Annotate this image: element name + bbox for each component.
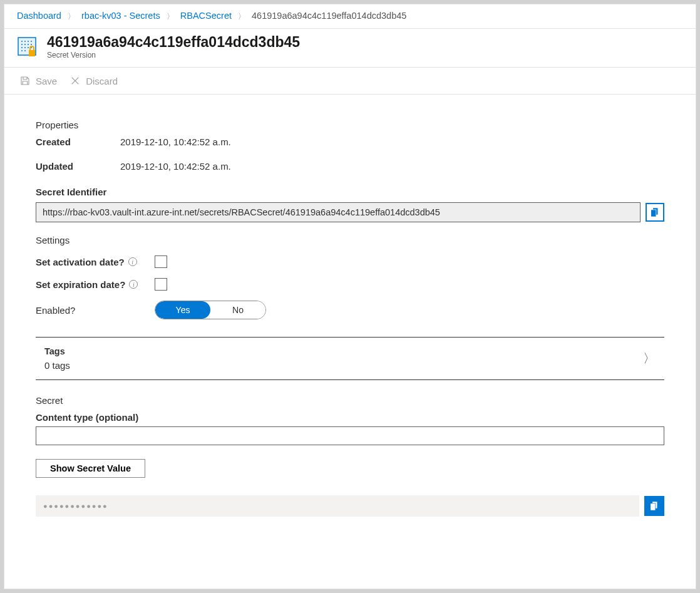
secret-value-row: ●●●●●●●●●●●● (36, 495, 664, 517)
svg-point-14 (24, 50, 26, 51)
content-area: Properties Created 2019-12-10, 10:42:52 … (4, 95, 696, 535)
activation-date-checkbox[interactable] (155, 255, 167, 268)
secret-section-title: Secret (36, 395, 664, 406)
header-text: 461919a6a94c4c119effa014dcd3db45 Secret … (47, 34, 300, 59)
secret-section: Secret Content type (optional) Show Secr… (36, 395, 664, 517)
breadcrumb-link-rbacsecret[interactable]: RBACSecret (180, 11, 232, 21)
svg-point-6 (24, 44, 26, 45)
svg-point-11 (28, 47, 29, 48)
activation-date-text: Set activation date? (36, 257, 125, 267)
updated-row: Updated 2019-12-10, 10:42:52 a.m. (36, 161, 664, 172)
created-row: Created 2019-12-10, 10:42:52 a.m. (36, 137, 664, 147)
activation-date-label: Set activation date? i (36, 257, 155, 267)
enabled-toggle[interactable]: Yes No (155, 301, 266, 319)
chevron-right-icon: 〉 (167, 12, 174, 21)
enabled-yes-option[interactable]: Yes (155, 301, 210, 319)
svg-point-10 (24, 47, 26, 48)
discard-label: Discard (86, 76, 118, 86)
enabled-row: Enabled? Yes No (36, 301, 664, 319)
properties-section-title: Properties (36, 120, 664, 130)
info-icon[interactable]: i (128, 257, 137, 266)
updated-value: 2019-12-10, 10:42:52 a.m. (120, 161, 231, 172)
show-secret-value-button[interactable]: Show Secret Value (36, 459, 145, 478)
enabled-label: Enabled? (36, 305, 155, 316)
svg-point-3 (28, 41, 29, 42)
page-header: 461919a6a94c4c119effa014dcd3db45 Secret … (4, 29, 696, 68)
enabled-no-option[interactable]: No (210, 301, 265, 319)
chevron-right-icon: 〉 (643, 350, 656, 367)
svg-point-2 (24, 41, 26, 42)
tags-title: Tags (44, 346, 70, 356)
copy-icon (649, 207, 661, 218)
copy-identifier-button[interactable] (646, 203, 664, 222)
settings-section: Settings Set activation date? i Set expi… (36, 235, 664, 319)
expiration-date-row: Set expiration date? i (36, 278, 664, 291)
content-type-input[interactable] (36, 426, 664, 445)
save-icon (19, 75, 31, 86)
page-subtitle: Secret Version (47, 51, 300, 59)
svg-point-5 (21, 44, 23, 45)
info-icon[interactable]: i (129, 280, 138, 289)
secret-version-blade: Dashboard 〉 rbac-kv03 - Secrets 〉 RBACSe… (4, 4, 696, 589)
tags-info: Tags 0 tags (44, 346, 70, 371)
save-label: Save (36, 76, 57, 86)
content-type-label: Content type (optional) (36, 412, 664, 423)
chevron-right-icon: 〉 (68, 12, 75, 21)
identifier-input[interactable] (36, 202, 641, 222)
svg-point-4 (31, 41, 32, 42)
toolbar: Save Discard (4, 68, 696, 95)
breadcrumb-link-dashboard[interactable]: Dashboard (17, 11, 61, 21)
chevron-right-icon: 〉 (238, 12, 245, 21)
created-label: Created (36, 137, 120, 147)
secret-version-icon (17, 36, 39, 59)
page-title: 461919a6a94c4c119effa014dcd3db45 (47, 34, 300, 51)
breadcrumb-current: 461919a6a94c4c119effa014dcd3db45 (252, 11, 406, 21)
copy-secret-value-button[interactable] (644, 496, 664, 516)
identifier-label: Secret Identifier (36, 187, 664, 197)
svg-point-13 (21, 50, 23, 51)
svg-point-9 (21, 47, 23, 48)
created-value: 2019-12-10, 10:42:52 a.m. (120, 137, 231, 147)
expiration-date-checkbox[interactable] (155, 278, 167, 291)
expiration-date-text: Set expiration date? (36, 279, 125, 290)
tags-count: 0 tags (44, 360, 70, 371)
breadcrumb-link-secrets[interactable]: rbac-kv03 - Secrets (81, 11, 160, 21)
secret-value-masked: ●●●●●●●●●●●● (36, 495, 639, 517)
svg-point-1 (21, 41, 23, 42)
breadcrumb: Dashboard 〉 rbac-kv03 - Secrets 〉 RBACSe… (4, 4, 696, 29)
updated-label: Updated (36, 161, 120, 172)
close-icon (69, 75, 81, 86)
discard-button[interactable]: Discard (64, 73, 123, 89)
identifier-row (36, 202, 664, 222)
svg-point-8 (31, 44, 32, 45)
copy-icon (649, 500, 660, 512)
save-button[interactable]: Save (14, 73, 62, 89)
expiration-date-label: Set expiration date? i (36, 279, 155, 290)
activation-date-row: Set activation date? i (36, 255, 664, 268)
settings-section-title: Settings (36, 235, 664, 245)
tags-expander[interactable]: Tags 0 tags 〉 (36, 337, 664, 380)
svg-point-7 (28, 44, 29, 45)
